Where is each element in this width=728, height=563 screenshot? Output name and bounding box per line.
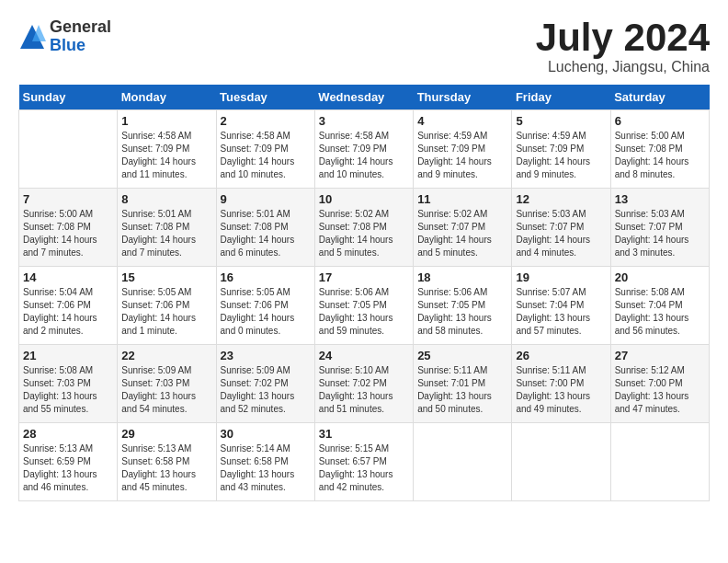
- day-of-week-header: Thursday: [414, 85, 512, 110]
- day-info: Sunrise: 4:58 AM Sunset: 7:09 PM Dayligh…: [121, 130, 211, 181]
- day-number: 6: [615, 114, 705, 128]
- day-number: 28: [23, 427, 113, 441]
- day-number: 4: [417, 114, 507, 128]
- day-info: Sunrise: 5:09 AM Sunset: 7:03 PM Dayligh…: [121, 364, 211, 416]
- day-number: 17: [319, 270, 409, 284]
- calendar-week-row: 7Sunrise: 5:00 AM Sunset: 7:08 PM Daylig…: [19, 189, 710, 267]
- calendar-cell: 4Sunrise: 4:59 AM Sunset: 7:09 PM Daylig…: [414, 110, 512, 189]
- day-info: Sunrise: 5:01 AM Sunset: 7:08 PM Dayligh…: [121, 208, 211, 259]
- day-number: 19: [516, 270, 606, 284]
- calendar-cell: 30Sunrise: 5:14 AM Sunset: 6:58 PM Dayli…: [216, 423, 314, 501]
- calendar-week-row: 1Sunrise: 4:58 AM Sunset: 7:09 PM Daylig…: [19, 110, 710, 189]
- day-number: 16: [221, 270, 311, 284]
- calendar-cell: 8Sunrise: 5:01 AM Sunset: 7:08 PM Daylig…: [118, 189, 216, 267]
- calendar-cell: 6Sunrise: 5:00 AM Sunset: 7:08 PM Daylig…: [610, 110, 709, 189]
- calendar-cell: 22Sunrise: 5:09 AM Sunset: 7:03 PM Dayli…: [118, 345, 216, 423]
- day-number: 13: [615, 192, 705, 206]
- day-info: Sunrise: 5:03 AM Sunset: 7:07 PM Dayligh…: [615, 208, 705, 259]
- calendar-cell: 29Sunrise: 5:13 AM Sunset: 6:58 PM Dayli…: [118, 423, 216, 501]
- calendar-cell: 24Sunrise: 5:10 AM Sunset: 7:02 PM Dayli…: [314, 345, 413, 423]
- day-number: 14: [23, 270, 113, 284]
- day-number: 18: [417, 270, 507, 284]
- day-info: Sunrise: 5:00 AM Sunset: 7:08 PM Dayligh…: [23, 208, 113, 259]
- calendar-cell: 27Sunrise: 5:12 AM Sunset: 7:00 PM Dayli…: [610, 345, 709, 423]
- day-info: Sunrise: 4:59 AM Sunset: 7:09 PM Dayligh…: [516, 130, 606, 181]
- day-number: 15: [121, 270, 211, 284]
- day-info: Sunrise: 5:01 AM Sunset: 7:08 PM Dayligh…: [221, 208, 311, 259]
- day-info: Sunrise: 5:00 AM Sunset: 7:08 PM Dayligh…: [615, 130, 705, 181]
- day-info: Sunrise: 5:07 AM Sunset: 7:04 PM Dayligh…: [516, 286, 606, 338]
- calendar-week-row: 14Sunrise: 5:04 AM Sunset: 7:06 PM Dayli…: [19, 267, 710, 345]
- day-number: 7: [23, 192, 113, 206]
- calendar-cell: [512, 423, 610, 501]
- calendar-week-row: 21Sunrise: 5:08 AM Sunset: 7:03 PM Dayli…: [19, 345, 710, 423]
- day-info: Sunrise: 5:05 AM Sunset: 7:06 PM Dayligh…: [121, 286, 211, 338]
- day-number: 2: [221, 114, 311, 128]
- logo-general: General: [50, 18, 111, 37]
- day-info: Sunrise: 5:10 AM Sunset: 7:02 PM Dayligh…: [319, 364, 409, 416]
- calendar-cell: 28Sunrise: 5:13 AM Sunset: 6:59 PM Dayli…: [19, 423, 118, 501]
- logo-icon: [18, 23, 46, 51]
- calendar-cell: 2Sunrise: 4:58 AM Sunset: 7:09 PM Daylig…: [216, 110, 314, 189]
- month-title: July 2024: [536, 18, 710, 57]
- calendar-cell: 1Sunrise: 4:58 AM Sunset: 7:09 PM Daylig…: [118, 110, 216, 189]
- day-info: Sunrise: 5:08 AM Sunset: 7:04 PM Dayligh…: [615, 286, 705, 338]
- day-info: Sunrise: 5:14 AM Sunset: 6:58 PM Dayligh…: [221, 442, 311, 494]
- calendar-cell: 11Sunrise: 5:02 AM Sunset: 7:07 PM Dayli…: [414, 189, 512, 267]
- day-number: 27: [615, 349, 705, 362]
- day-of-week-header: Monday: [118, 85, 216, 110]
- day-info: Sunrise: 5:09 AM Sunset: 7:02 PM Dayligh…: [221, 364, 311, 416]
- day-number: 12: [516, 192, 606, 206]
- day-info: Sunrise: 5:02 AM Sunset: 7:08 PM Dayligh…: [319, 208, 409, 259]
- day-number: 8: [121, 192, 211, 206]
- day-number: 26: [516, 349, 606, 362]
- day-info: Sunrise: 4:59 AM Sunset: 7:09 PM Dayligh…: [417, 130, 507, 181]
- logo-text: General Blue: [50, 18, 111, 55]
- day-number: 20: [615, 270, 705, 284]
- day-number: 29: [121, 427, 211, 441]
- day-info: Sunrise: 5:11 AM Sunset: 7:01 PM Dayligh…: [417, 364, 507, 416]
- day-number: 22: [121, 349, 211, 362]
- day-info: Sunrise: 5:15 AM Sunset: 6:57 PM Dayligh…: [319, 442, 409, 494]
- calendar-cell: 15Sunrise: 5:05 AM Sunset: 7:06 PM Dayli…: [118, 267, 216, 345]
- day-info: Sunrise: 5:06 AM Sunset: 7:05 PM Dayligh…: [417, 286, 507, 338]
- day-info: Sunrise: 5:06 AM Sunset: 7:05 PM Dayligh…: [319, 286, 409, 338]
- logo: General Blue: [18, 18, 111, 55]
- day-number: 3: [319, 114, 409, 128]
- calendar-cell: 17Sunrise: 5:06 AM Sunset: 7:05 PM Dayli…: [314, 267, 413, 345]
- calendar-cell: 13Sunrise: 5:03 AM Sunset: 7:07 PM Dayli…: [610, 189, 709, 267]
- calendar-cell: 14Sunrise: 5:04 AM Sunset: 7:06 PM Dayli…: [19, 267, 118, 345]
- calendar-cell: 10Sunrise: 5:02 AM Sunset: 7:08 PM Dayli…: [314, 189, 413, 267]
- day-number: 21: [23, 349, 113, 362]
- calendar-cell: 26Sunrise: 5:11 AM Sunset: 7:00 PM Dayli…: [512, 345, 610, 423]
- calendar-table: SundayMondayTuesdayWednesdayThursdayFrid…: [18, 85, 710, 501]
- calendar-cell: 16Sunrise: 5:05 AM Sunset: 7:06 PM Dayli…: [216, 267, 314, 345]
- location: Lucheng, Jiangsu, China: [536, 59, 710, 75]
- day-info: Sunrise: 5:04 AM Sunset: 7:06 PM Dayligh…: [23, 286, 113, 338]
- day-info: Sunrise: 5:02 AM Sunset: 7:07 PM Dayligh…: [417, 208, 507, 259]
- calendar-cell: 19Sunrise: 5:07 AM Sunset: 7:04 PM Dayli…: [512, 267, 610, 345]
- day-of-week-header: Saturday: [610, 85, 709, 110]
- day-number: 9: [221, 192, 311, 206]
- day-info: Sunrise: 5:12 AM Sunset: 7:00 PM Dayligh…: [615, 364, 705, 416]
- day-info: Sunrise: 5:03 AM Sunset: 7:07 PM Dayligh…: [516, 208, 606, 259]
- day-number: 23: [221, 349, 311, 362]
- calendar-cell: 7Sunrise: 5:00 AM Sunset: 7:08 PM Daylig…: [19, 189, 118, 267]
- calendar-cell: [610, 423, 709, 501]
- calendar-week-row: 28Sunrise: 5:13 AM Sunset: 6:59 PM Dayli…: [19, 423, 710, 501]
- day-of-week-header: Wednesday: [314, 85, 413, 110]
- calendar-cell: 18Sunrise: 5:06 AM Sunset: 7:05 PM Dayli…: [414, 267, 512, 345]
- calendar-cell: 23Sunrise: 5:09 AM Sunset: 7:02 PM Dayli…: [216, 345, 314, 423]
- day-info: Sunrise: 4:58 AM Sunset: 7:09 PM Dayligh…: [221, 130, 311, 181]
- calendar-cell: 31Sunrise: 5:15 AM Sunset: 6:57 PM Dayli…: [314, 423, 413, 501]
- day-info: Sunrise: 5:11 AM Sunset: 7:00 PM Dayligh…: [516, 364, 606, 416]
- day-info: Sunrise: 5:13 AM Sunset: 6:58 PM Dayligh…: [121, 442, 211, 494]
- calendar-cell: 21Sunrise: 5:08 AM Sunset: 7:03 PM Dayli…: [19, 345, 118, 423]
- day-number: 25: [417, 349, 507, 362]
- title-section: July 2024 Lucheng, Jiangsu, China: [536, 18, 710, 75]
- day-info: Sunrise: 5:05 AM Sunset: 7:06 PM Dayligh…: [221, 286, 311, 338]
- day-number: 24: [319, 349, 409, 362]
- calendar-cell: [414, 423, 512, 501]
- day-info: Sunrise: 5:08 AM Sunset: 7:03 PM Dayligh…: [23, 364, 113, 416]
- day-of-week-header: Tuesday: [216, 85, 314, 110]
